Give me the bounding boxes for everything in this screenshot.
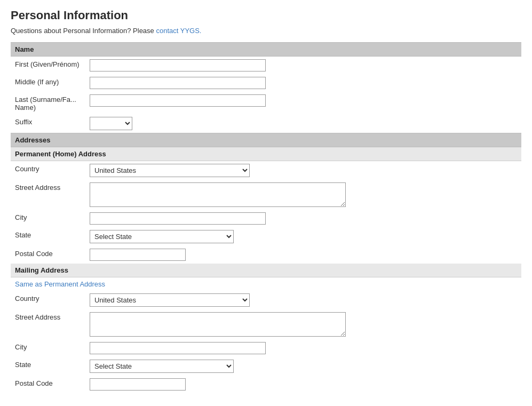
permanent-address-header: Permanent (Home) Address <box>11 147 521 161</box>
mailing-state-select[interactable]: Select State Alabama Alaska Arizona Arka… <box>90 360 234 373</box>
mailing-state-label: State <box>11 357 85 376</box>
middle-name-row: Middle (If any) <box>11 74 521 92</box>
permanent-street-row: Street Address <box>11 180 521 210</box>
middle-name-label: Middle (If any) <box>11 74 85 92</box>
first-name-input[interactable] <box>90 59 266 71</box>
name-form-table: First (Given/Prénom) Middle (If any) Las… <box>11 57 521 133</box>
permanent-country-select[interactable]: United States Canada United Kingdom Aust… <box>90 164 250 177</box>
mailing-postal-label: Postal Code <box>11 376 85 393</box>
mailing-address-header: Mailing Address <box>11 264 521 277</box>
permanent-city-row: City <box>11 210 521 227</box>
mailing-postal-input[interactable] <box>90 378 186 391</box>
mailing-city-label: City <box>11 339 85 357</box>
intro-text: Questions about Personal Information? Pl… <box>11 27 521 35</box>
permanent-postal-input[interactable] <box>90 249 186 261</box>
mailing-street-label: Street Address <box>11 309 85 339</box>
mailing-city-input[interactable] <box>90 342 266 354</box>
suffix-label: Suffix <box>11 114 85 133</box>
mailing-state-row: State Select State Alabama Alaska Arizon… <box>11 357 521 376</box>
permanent-address-table: Country United States Canada United King… <box>11 161 521 264</box>
suffix-row: Suffix Jr. Sr. II III IV <box>11 114 521 133</box>
first-name-row: First (Given/Prénom) <box>11 57 521 74</box>
suffix-select[interactable]: Jr. Sr. II III IV <box>90 117 132 130</box>
mailing-country-select[interactable]: United States Canada United Kingdom Aust… <box>90 293 250 307</box>
permanent-country-row: Country United States Canada United King… <box>11 161 521 180</box>
first-name-label: First (Given/Prénom) <box>11 57 85 74</box>
page-title: Personal Information <box>11 9 521 22</box>
mailing-country-row: Country United States Canada United King… <box>11 291 521 309</box>
permanent-state-select[interactable]: Select State Alabama Alaska Arizona Arka… <box>90 230 234 243</box>
mailing-street-row: Street Address <box>11 309 521 339</box>
permanent-city-label: City <box>11 210 85 227</box>
name-section-header: Name <box>11 42 521 57</box>
permanent-street-input[interactable] <box>90 182 346 207</box>
contact-link[interactable]: contact YYGS. <box>156 27 201 35</box>
mailing-city-row: City <box>11 339 521 357</box>
last-name-label: Last (Surname/Fa... Name) <box>11 92 85 114</box>
mailing-address-table: Country United States Canada United King… <box>11 291 521 393</box>
permanent-postal-label: Postal Code <box>11 246 85 264</box>
mailing-postal-row: Postal Code <box>11 376 521 393</box>
last-name-row: Last (Surname/Fa... Name) <box>11 92 521 114</box>
permanent-state-row: State Select State Alabama Alaska Arizon… <box>11 227 521 246</box>
permanent-postal-row: Postal Code <box>11 246 521 264</box>
permanent-state-label: State <box>11 227 85 246</box>
permanent-city-input[interactable] <box>90 212 266 225</box>
mailing-street-input[interactable] <box>90 312 346 337</box>
permanent-street-label: Street Address <box>11 180 85 210</box>
mailing-country-label: Country <box>11 291 85 309</box>
permanent-country-label: Country <box>11 161 85 180</box>
same-as-permanent-link[interactable]: Same as Permanent Address <box>11 277 521 291</box>
middle-name-input[interactable] <box>90 77 266 89</box>
last-name-input[interactable] <box>90 94 266 107</box>
addresses-section-header: Addresses <box>11 133 521 147</box>
